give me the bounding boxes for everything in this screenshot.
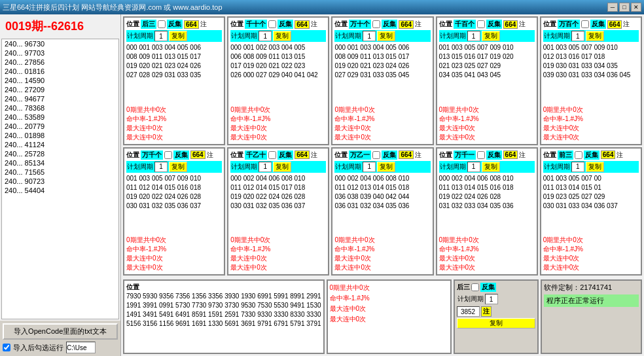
bottom-stats-box: 0期里共中0次 命中率-1.#J% 最大连中0次 最大连中0次 bbox=[327, 279, 452, 354]
fc-label-w9: 反集 bbox=[486, 151, 502, 160]
note-label-w2: 注 bbox=[311, 20, 317, 29]
copy-btn-w6[interactable]: 复制 bbox=[169, 162, 187, 172]
widget-checkbox-w9[interactable] bbox=[477, 151, 485, 159]
control-note-label: 注 bbox=[481, 306, 492, 317]
note-label-w3: 注 bbox=[415, 20, 421, 29]
pos-value-w10: 前三 bbox=[558, 151, 573, 160]
copy-btn-w7[interactable]: 复制 bbox=[273, 162, 291, 172]
period-input-w3[interactable] bbox=[363, 31, 376, 41]
note-label-w9: 注 bbox=[519, 151, 526, 160]
close-button[interactable]: ✕ bbox=[631, 3, 641, 12]
widget-checkbox-w3[interactable] bbox=[372, 20, 380, 28]
import-button[interactable]: 导入OpenCode里面的txt文本 bbox=[3, 323, 118, 340]
control-note-input[interactable] bbox=[457, 306, 480, 317]
list-item: 240... 14590 bbox=[2, 76, 118, 85]
numbers-w2: 000 001 002 003 004 005 006 008 009 011 … bbox=[230, 43, 326, 104]
maximize-button[interactable]: □ bbox=[619, 3, 630, 12]
pos-value-w8: 万乙一 bbox=[349, 151, 371, 160]
period-text-w6: 计划周期 bbox=[127, 162, 153, 171]
fc-label-w1: 反集 bbox=[167, 20, 183, 29]
stats-w3: 0期里共中0次 命中率-1.#J% 最大连中0次 最大连中0次 bbox=[334, 105, 430, 142]
period-input-w2[interactable] bbox=[259, 31, 272, 41]
widget-box-w7: 位置 千乙十 反集 664 注 计划周期 复制 000 002 004 006 … bbox=[227, 147, 329, 276]
pos-label-w9: 位置 bbox=[439, 151, 452, 160]
widget-box-w4: 位置 千百个 反集 664 注 计划周期 复制 001 003 005 007 … bbox=[436, 16, 538, 145]
bottom-large-box: 位置 7930 5930 9356 7356 1356 3356 3930 19… bbox=[123, 279, 325, 354]
copy-btn-w1[interactable]: 复制 bbox=[169, 31, 187, 41]
copy-btn-w8[interactable]: 复制 bbox=[377, 162, 395, 172]
pos-label-w5: 位置 bbox=[543, 20, 556, 29]
copy-btn-w4[interactable]: 复制 bbox=[482, 31, 500, 41]
widget-checkbox-w1[interactable] bbox=[158, 20, 166, 28]
list-item: 240... 90723 bbox=[2, 177, 118, 186]
fc-label-w4: 反集 bbox=[486, 20, 502, 29]
copy-btn-w5[interactable]: 复制 bbox=[586, 31, 604, 41]
pos-value-w4: 千百个 bbox=[454, 20, 476, 29]
main-content: 0019期--62616 240... 96730240... 97703240… bbox=[0, 14, 644, 356]
note-label-w7: 注 bbox=[311, 151, 317, 160]
bottom-control-box: 后三 反集 计划周期 注 复制 bbox=[454, 279, 539, 354]
pos-value-w7: 千乙十 bbox=[245, 151, 267, 160]
period-row-w8: 计划周期 复制 bbox=[334, 161, 430, 173]
pos-label-w2: 位置 bbox=[230, 20, 243, 29]
widget-checkbox-w2[interactable] bbox=[268, 20, 276, 28]
widget-header-w3: 位置 万十个 反集 664 注 bbox=[334, 20, 430, 29]
664-label-w6: 664 bbox=[190, 151, 206, 159]
auto-run-checkbox[interactable] bbox=[3, 344, 10, 351]
control-checkbox[interactable] bbox=[471, 283, 479, 291]
widget-checkbox-w4[interactable] bbox=[477, 20, 485, 28]
pos-label-w10: 位置 bbox=[543, 151, 556, 160]
checkbox-row: 导入后勾选运行 bbox=[3, 342, 118, 353]
period-text-w5: 计划周期 bbox=[544, 31, 570, 41]
status-text: 程序正在正常运行 bbox=[544, 294, 639, 307]
list-item: 240... 54404 bbox=[2, 186, 118, 195]
stats-w4: 0期里共中0次 命中率-1.#J% 最大连中0次 最大连中0次 bbox=[439, 105, 535, 142]
history-list[interactable]: 240... 96730240... 97703240... 27856240.… bbox=[1, 39, 119, 319]
list-item: 240... 96730 bbox=[2, 39, 118, 48]
widget-checkbox-w5[interactable] bbox=[581, 20, 589, 28]
copy-btn-w3[interactable]: 复制 bbox=[377, 31, 395, 41]
control-note-row: 注 bbox=[457, 306, 536, 317]
period-text-w10: 计划周期 bbox=[544, 162, 570, 171]
list-item: 240... 41124 bbox=[2, 140, 118, 149]
pos-value-w6: 万千个 bbox=[141, 151, 163, 160]
pos-label-w6: 位置 bbox=[126, 151, 139, 160]
period-input-w1[interactable] bbox=[154, 31, 168, 41]
control-period-input[interactable] bbox=[485, 294, 498, 304]
widget-header-w8: 位置 万乙一 反集 664 注 bbox=[334, 151, 430, 160]
control-copy-button[interactable]: 复制 bbox=[457, 318, 536, 329]
period-input-w5[interactable] bbox=[571, 31, 584, 41]
control-period-row: 计划周期 bbox=[457, 293, 536, 305]
copy-btn-w2[interactable]: 复制 bbox=[273, 31, 291, 41]
copy-btn-w9[interactable]: 复制 bbox=[482, 162, 500, 172]
period-input-w4[interactable] bbox=[467, 31, 480, 41]
widget-checkbox-w10[interactable] bbox=[575, 151, 582, 159]
period-input-w10[interactable] bbox=[571, 162, 584, 172]
widget-checkbox-w8[interactable] bbox=[372, 151, 380, 159]
list-item: 240... 27209 bbox=[2, 85, 118, 94]
period-input-w8[interactable] bbox=[363, 162, 376, 172]
widget-grid: 位置 后三 反集 664 注 计划周期 复制 000 001 003 004 0… bbox=[121, 14, 644, 277]
path-input[interactable] bbox=[66, 342, 96, 353]
minimize-button[interactable]: ─ bbox=[607, 3, 618, 12]
bottom-row: 位置 7930 5930 9356 7356 1356 3356 3930 19… bbox=[121, 277, 644, 356]
bottom-numbers: 7930 5930 9356 7356 1356 3356 3930 1930 … bbox=[126, 292, 321, 329]
stats-w2: 0期里共中0次 命中率-1.#J% 最大连中0次 最大连中0次 bbox=[230, 105, 326, 142]
period-row-w4: 计划周期 复制 bbox=[439, 30, 535, 42]
pos-label-w4: 位置 bbox=[439, 20, 452, 29]
pos-label-w3: 位置 bbox=[334, 20, 348, 29]
664-label-w7: 664 bbox=[295, 151, 310, 159]
list-item: 240... 85134 bbox=[2, 158, 118, 168]
period-input-w6[interactable] bbox=[154, 162, 168, 172]
control-pos-label: 后三 bbox=[457, 283, 470, 292]
widget-checkbox-w7[interactable] bbox=[268, 151, 276, 159]
note-label-w8: 注 bbox=[415, 151, 421, 160]
copy-btn-w10[interactable]: 复制 bbox=[586, 162, 604, 172]
bottom-pos-label: 位置 bbox=[126, 283, 139, 292]
list-item: 240... 78368 bbox=[2, 103, 118, 113]
period-text-w7: 计划周期 bbox=[231, 162, 257, 171]
period-input-w7[interactable] bbox=[259, 162, 272, 172]
period-input-w9[interactable] bbox=[467, 162, 480, 172]
widget-checkbox-w6[interactable] bbox=[164, 151, 172, 159]
widget-box-w2: 位置 千十个 反集 664 注 计划周期 复制 000 001 002 003 … bbox=[227, 16, 329, 145]
